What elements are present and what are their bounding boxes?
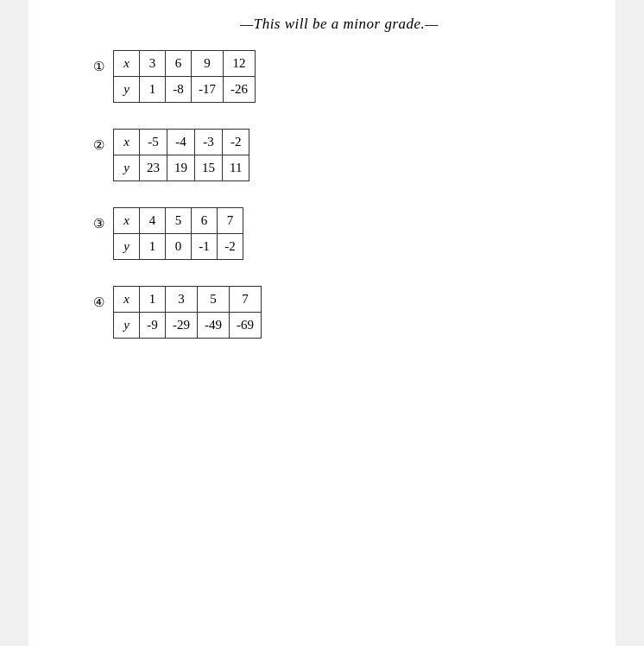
cell-1-0: y [114,234,140,260]
cell-0-0: x [114,130,140,155]
table-container-3: x4567y10-1-2 [113,207,243,260]
table-row: y23191511 [114,155,249,181]
cell-1-1: 1 [140,77,166,103]
table-row: x36912 [114,51,256,77]
cell-1-1: 1 [140,234,166,260]
cell-1-2: -29 [166,313,198,339]
cell-1-2: 19 [167,155,195,181]
cell-1-0: y [114,77,140,103]
cell-1-3: -1 [192,234,218,260]
cell-0-1: -5 [140,130,167,155]
cell-1-0: y [114,155,140,181]
table-row: y1-8-17-26 [114,77,256,103]
header-text: —This will be a minor grade.— [80,9,598,33]
cell-0-2: 3 [166,287,198,313]
problem-2: ②x-5-4-3-2y23191511 [80,129,598,181]
cell-1-2: -8 [166,77,192,103]
cell-1-4: -69 [230,313,262,339]
table-container-1: x36912y1-8-17-26 [113,50,256,103]
problem-number-2: ② [80,137,104,153]
cell-1-4: -2 [218,234,243,260]
cell-0-2: 6 [166,51,192,77]
cell-1-4: 11 [223,155,249,181]
table-container-4: x1357y-9-29-49-69 [113,286,262,339]
cell-0-0: x [114,208,140,234]
cell-0-2: 5 [166,208,192,234]
cell-0-4: 7 [230,287,262,313]
cell-0-3: 5 [198,287,230,313]
cell-0-4: 12 [224,51,256,77]
cell-1-3: 15 [195,155,223,181]
problem-number-3: ③ [80,216,104,231]
cell-0-0: x [114,287,140,313]
page: —This will be a minor grade.— ①x36912y1-… [28,0,616,646]
table-row: x4567 [114,208,243,234]
cell-1-0: y [114,313,140,339]
problem-number-1: ① [80,59,104,74]
table-1: x36912y1-8-17-26 [113,50,256,103]
cell-1-1: -9 [140,313,166,339]
cell-0-1: 1 [140,287,166,313]
cell-0-1: 3 [140,51,166,77]
table-2: x-5-4-3-2y23191511 [113,129,249,181]
problem-4: ④x1357y-9-29-49-69 [80,286,598,339]
table-row: y-9-29-49-69 [114,313,262,339]
table-row: x1357 [114,287,262,313]
cell-1-1: 23 [140,155,167,181]
cell-0-4: 7 [218,208,243,234]
problem-number-4: ④ [80,294,104,310]
cell-0-1: 4 [140,208,166,234]
cell-0-4: -2 [223,130,249,155]
table-row: y10-1-2 [114,234,243,260]
cell-0-2: -4 [167,130,195,155]
cell-1-3: -49 [198,313,230,339]
table-row: x-5-4-3-2 [114,130,249,155]
cell-1-2: 0 [166,234,192,260]
cell-0-3: 9 [192,51,224,77]
cell-1-4: -26 [224,77,256,103]
cell-1-3: -17 [192,77,224,103]
problem-1: ①x36912y1-8-17-26 [80,50,598,103]
table-3: x4567y10-1-2 [113,207,243,260]
cell-0-0: x [114,51,140,77]
table-container-2: x-5-4-3-2y23191511 [113,129,249,181]
cell-0-3: 6 [192,208,218,234]
problem-3: ③x4567y10-1-2 [80,207,598,260]
cell-0-3: -3 [195,130,223,155]
table-4: x1357y-9-29-49-69 [113,286,262,339]
